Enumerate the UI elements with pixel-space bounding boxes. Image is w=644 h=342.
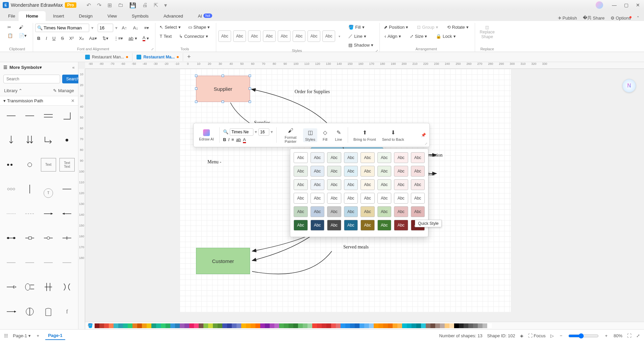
color-swatch[interactable] [222,323,227,328]
style-cell[interactable]: Abc [344,152,358,163]
color-swatch[interactable] [265,323,270,328]
undo-icon[interactable]: ↶ [86,2,91,8]
color-swatch[interactable] [341,323,345,328]
tab-file[interactable]: File [5,11,19,21]
symbol-item[interactable] [3,231,19,245]
style-cell[interactable]: Abc [411,152,425,163]
style-cell[interactable]: Abc [361,220,375,231]
symbol-item[interactable] [3,305,19,318]
color-swatch[interactable] [241,323,246,328]
style-cell[interactable]: Abc [294,166,308,177]
doc-tab-2[interactable]: Restaurant Ma... [132,53,183,61]
color-swatch[interactable] [326,323,331,328]
color-swatch[interactable] [132,323,137,328]
style-cell[interactable]: Abc [361,152,375,163]
highlight-icon[interactable]: ab [236,137,241,142]
styles-button[interactable]: ◫Styles [303,128,317,142]
color-swatch[interactable] [237,323,241,328]
close-button[interactable]: ✕ [635,2,641,8]
symbol-item[interactable] [59,231,75,245]
tab-ai[interactable]: AIhot [191,11,220,21]
gallery-more-icon[interactable]: ▾ [337,34,342,38]
color-swatch[interactable] [487,323,492,328]
symbol-item[interactable] [22,133,37,147]
symbol-item[interactable] [59,207,75,220]
style-cell[interactable]: Abc [311,220,325,231]
color-swatch[interactable] [203,323,208,328]
style-cell[interactable]: Abc [311,206,325,217]
style-cell[interactable]: Abc [327,166,341,177]
symbol-item[interactable] [22,256,37,269]
style-cell[interactable]: Abc [344,220,358,231]
group-dropdown[interactable]: ⊡ Group ▾ [415,24,440,31]
fill-button[interactable]: ◇Fill [319,128,331,142]
color-swatch[interactable] [388,323,393,328]
font-color-icon[interactable]: A [243,137,246,142]
decrease-font-icon[interactable]: A↓ [131,24,140,31]
pages-icon[interactable]: ☷ [4,333,8,338]
replace-shape-button[interactable]: ◫ Replace Shape [477,24,497,41]
bold-icon[interactable]: B [223,137,226,142]
color-swatch[interactable] [274,323,279,328]
style-cell[interactable]: Abc [311,193,325,204]
size-dropdown[interactable]: ⤢ Size ▾ [408,33,429,40]
redo-icon[interactable]: ↷ [97,2,101,8]
superscript-icon[interactable]: X² [67,35,76,42]
style-cell[interactable]: Abc [377,206,392,217]
color-swatch[interactable] [397,323,402,328]
style-cell[interactable]: Abc [377,179,392,190]
color-swatch[interactable] [123,323,128,328]
position-dropdown[interactable]: ⬈ Position ▾ [382,24,410,31]
color-swatch[interactable] [317,323,322,328]
symbol-item[interactable] [41,305,56,318]
cut-icon[interactable]: ✂ [5,24,15,31]
color-swatch[interactable] [199,323,203,328]
symbol-item[interactable] [41,231,56,245]
color-swatch[interactable] [445,323,449,328]
symbol-item[interactable]: f [59,305,75,318]
panel-header[interactable]: ▾ Transmission Path ✕ [0,96,78,106]
doc-tab-1[interactable]: Restaurant Man... [81,53,132,61]
symbol-item[interactable] [22,109,37,123]
symbol-item[interactable] [3,280,19,294]
zoom-slider[interactable] [568,333,599,339]
fill-dropdown[interactable]: 🪣 Fill ▾ [346,24,375,31]
shape-tool[interactable]: ▭ Shape ▾ [186,24,212,31]
color-swatch[interactable] [151,323,156,328]
style-cell[interactable]: Abc [394,152,408,163]
zoom-in-button[interactable]: + [603,333,609,339]
style-cell[interactable]: Abc [377,166,392,177]
color-swatch[interactable] [118,323,123,328]
float-font-family[interactable] [230,128,253,136]
symbol-item[interactable] [59,109,75,123]
style-cell[interactable]: Abc [344,193,358,204]
color-swatch[interactable] [213,323,218,328]
align-dropdown[interactable]: ⫞ Align ▾ [382,33,403,40]
color-swatch[interactable] [426,323,430,328]
tab-insert[interactable]: Insert [46,11,72,21]
symbol-item[interactable] [41,280,56,294]
color-swatch[interactable] [345,323,350,328]
color-swatch[interactable] [128,323,132,328]
color-swatch[interactable] [298,323,303,328]
color-swatch[interactable] [246,323,251,328]
color-swatch[interactable] [378,323,383,328]
color-swatch[interactable] [170,323,175,328]
style-cell[interactable]: Abc [394,166,408,177]
symbol-item[interactable] [41,133,56,147]
color-swatch[interactable] [369,323,374,328]
color-swatch[interactable] [360,323,364,328]
color-swatch[interactable] [109,323,114,328]
color-swatch[interactable] [270,323,274,328]
canvas[interactable]: Supplier rant Customer [85,69,644,317]
bold-icon[interactable]: B [35,35,42,42]
color-swatch[interactable] [412,323,416,328]
color-swatch[interactable] [137,323,142,328]
color-swatch[interactable] [440,323,445,328]
format-painter-button[interactable]: 🖌Format Painter [280,126,301,144]
layers-icon[interactable]: ◈ [520,333,523,338]
symbol-item[interactable]: Text [41,158,56,172]
page-tab[interactable]: Page-1 [45,332,65,340]
add-page-button[interactable]: + [35,333,41,339]
dialog-launcher-icon[interactable]: ⤢ [375,49,378,53]
